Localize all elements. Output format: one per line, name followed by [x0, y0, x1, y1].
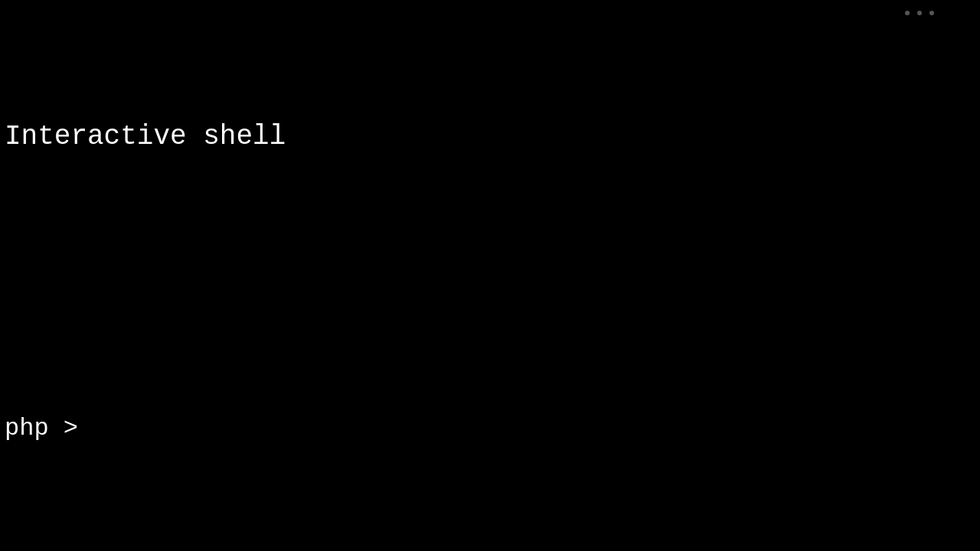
window-dot-3 — [929, 11, 934, 15]
blank-line-1 — [5, 275, 972, 309]
prompt-line-1: php > — [5, 412, 972, 446]
terminal-window[interactable]: Interactive shell php > php > echo "This… — [0, 0, 980, 551]
window-dot-2 — [917, 11, 922, 15]
terminal-content: Interactive shell php > php > echo "This… — [5, 15, 972, 551]
terminal-title: Interactive shell — [5, 118, 972, 156]
prompt-label: php > — [5, 414, 93, 442]
window-dots — [905, 11, 934, 15]
window-dot-1 — [905, 11, 910, 15]
